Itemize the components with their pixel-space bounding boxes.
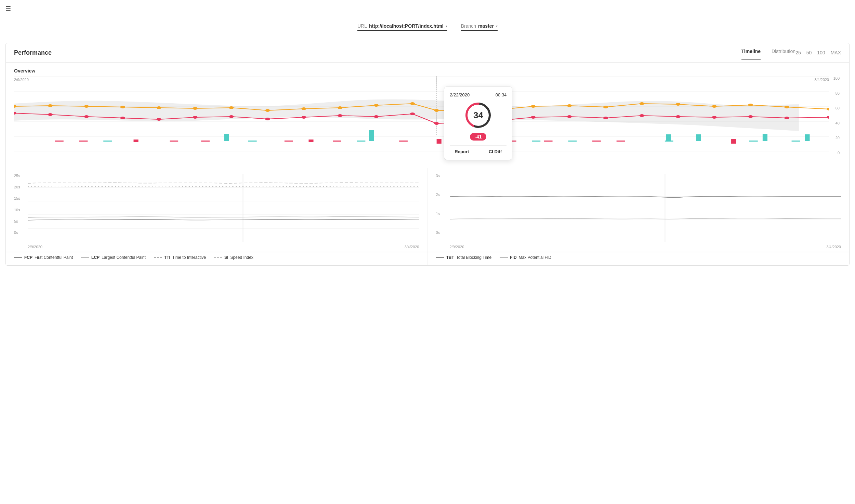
legend-tti: TTI Time to Interactive	[154, 255, 206, 260]
bottom-charts: 25s 20s 15s 10s 5s 0s	[6, 168, 849, 252]
svg-rect-64	[134, 140, 139, 142]
menu-hamburger-icon[interactable]: ☰	[5, 5, 11, 12]
svg-point-49	[640, 114, 644, 117]
svg-point-40	[338, 114, 342, 117]
legend-left: FCP First Contentful Paint LCP Largest C…	[6, 252, 428, 265]
overview-label: Overview	[14, 68, 841, 74]
main-chart-area: 100 80 60 40 20 0	[14, 76, 841, 165]
svg-rect-68	[308, 140, 313, 142]
svg-rect-74	[592, 141, 601, 142]
url-value: http://localhost:PORT/index.html	[369, 23, 444, 29]
page-size-25[interactable]: 25	[795, 50, 801, 55]
performance-card: Performance Timeline Distribution 25 50 …	[5, 43, 850, 266]
tab-timeline[interactable]: Timeline	[741, 49, 761, 57]
legend-fid-line	[500, 257, 508, 258]
page-size-100[interactable]: 100	[817, 50, 825, 55]
url-selector[interactable]: URL http://localhost:PORT/index.html ▾	[357, 23, 447, 31]
svg-rect-59	[696, 134, 701, 141]
svg-point-50	[676, 115, 681, 118]
svg-point-15	[301, 107, 306, 110]
svg-point-18	[410, 102, 415, 105]
page-size-max[interactable]: MAX	[831, 50, 841, 55]
top-bar: ☰	[0, 0, 855, 17]
svg-point-46	[531, 116, 536, 119]
svg-point-13	[229, 106, 234, 109]
main-chart-svg-area	[14, 76, 829, 151]
svg-point-30	[827, 108, 829, 110]
svg-point-39	[301, 116, 306, 119]
svg-point-10	[120, 106, 125, 108]
svg-point-51	[712, 116, 717, 119]
svg-point-41	[374, 115, 379, 118]
svg-point-32	[48, 113, 53, 116]
svg-rect-62	[55, 141, 64, 142]
svg-point-53	[784, 117, 789, 119]
svg-point-22	[531, 105, 536, 108]
svg-rect-71	[437, 139, 442, 144]
branch-chevron-icon: ▾	[496, 24, 498, 28]
svg-point-17	[374, 104, 379, 107]
legend-lcp-line	[81, 257, 89, 258]
card-title: Performance	[14, 49, 741, 56]
svg-point-34	[120, 117, 125, 119]
tooltip-score-container: 34	[450, 102, 507, 129]
svg-point-37	[229, 115, 234, 118]
svg-rect-84	[665, 141, 673, 142]
svg-point-52	[748, 115, 753, 118]
score-tooltip: 2/22/2020 00:34 34	[444, 87, 512, 160]
score-circle: 34	[464, 102, 492, 129]
svg-point-16	[338, 106, 342, 109]
svg-point-38	[265, 118, 270, 120]
legend-fcp: FCP First Contentful Paint	[14, 255, 73, 260]
svg-point-12	[193, 107, 197, 110]
card-header: Performance Timeline Distribution 25 50 …	[6, 43, 849, 63]
svg-rect-60	[763, 134, 767, 141]
svg-point-43	[434, 122, 439, 125]
tooltip-actions: Report CI Diff	[450, 145, 507, 154]
svg-point-8	[48, 104, 53, 107]
page-size-50[interactable]: 50	[806, 50, 812, 55]
page-size-options: 25 50 100 MAX	[795, 50, 841, 55]
svg-point-47	[567, 115, 572, 118]
svg-rect-83	[568, 141, 577, 142]
svg-rect-78	[103, 141, 112, 142]
svg-rect-66	[201, 141, 210, 142]
svg-rect-73	[544, 141, 553, 142]
svg-point-33	[84, 115, 89, 118]
svg-rect-80	[357, 141, 366, 142]
svg-point-48	[603, 117, 608, 119]
bottom-chart-left: 25s 20s 15s 10s 5s 0s	[6, 168, 428, 252]
ci-diff-button[interactable]: CI Diff	[489, 149, 502, 154]
svg-rect-63	[79, 141, 88, 142]
svg-point-28	[748, 104, 753, 106]
score-value: 34	[473, 110, 483, 121]
svg-point-27	[712, 105, 717, 108]
svg-rect-76	[731, 139, 736, 144]
url-chevron-icon: ▾	[446, 24, 447, 28]
url-label: URL	[357, 23, 367, 29]
branch-selector[interactable]: Branch master ▾	[461, 23, 498, 31]
svg-rect-61	[805, 134, 810, 141]
legend-right: TBT Total Blocking Time FID Max Potentia…	[428, 252, 850, 265]
svg-point-35	[157, 118, 161, 121]
legend-fcp-line	[14, 257, 22, 258]
url-branch-bar: URL http://localhost:PORT/index.html ▾ B…	[0, 17, 855, 37]
svg-point-54	[827, 116, 829, 119]
branch-value: master	[478, 23, 494, 29]
bc-x-labels-right: 2/9/2020 3/4/2020	[450, 245, 841, 249]
svg-rect-75	[617, 141, 625, 142]
legend-tbt: TBT Total Blocking Time	[436, 255, 492, 260]
report-button[interactable]: Report	[455, 149, 469, 154]
tooltip-header: 2/22/2020 00:34	[450, 92, 507, 97]
svg-rect-69	[333, 141, 341, 142]
legend-si: SI Speed Index	[214, 255, 253, 260]
branch-label: Branch	[461, 23, 476, 29]
legend-fid: FID Max Potential FID	[500, 255, 551, 260]
svg-point-9	[84, 105, 89, 108]
bc-y-axis-right: 3s 2s 1s 0s	[436, 174, 440, 235]
legend-si-line	[214, 257, 222, 258]
bc-x-labels-left: 2/9/2020 3/4/2020	[28, 245, 419, 249]
tab-distribution[interactable]: Distribution	[772, 49, 795, 57]
svg-point-14	[265, 109, 270, 112]
svg-point-26	[676, 103, 681, 106]
